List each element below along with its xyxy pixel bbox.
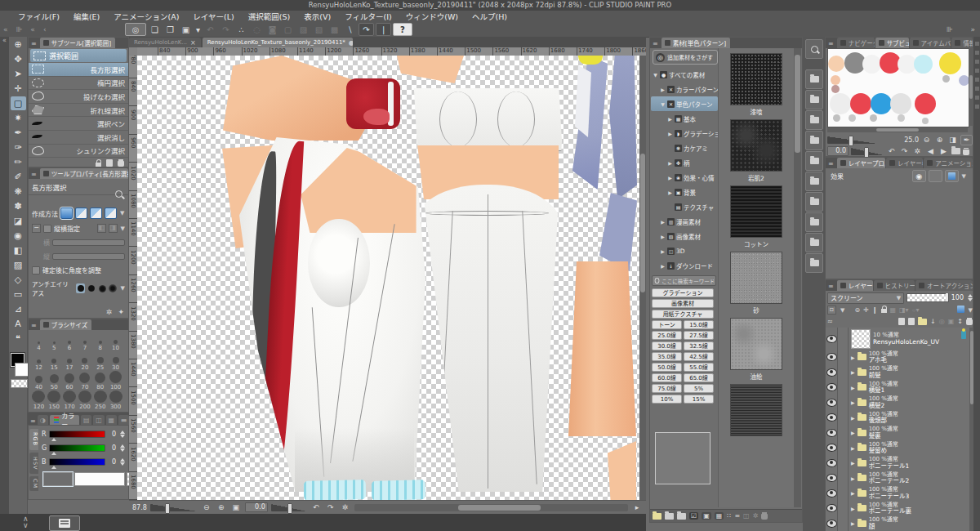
color-tab-cm[interactable]: CM	[29, 476, 38, 491]
tree-expand-icon[interactable]: ▶	[660, 248, 666, 254]
tab-approximate-color[interactable]: ▦	[106, 415, 117, 425]
layer-row[interactable]: 10 %通常RensyuHoloLenKo_UV	[826, 328, 969, 350]
folder-icon[interactable]	[677, 513, 686, 520]
layer-checkbox-cell[interactable]	[838, 350, 849, 365]
tree-expand-icon[interactable]: ▶	[667, 175, 673, 181]
thumbnail-view-icon[interactable]: ▣	[702, 512, 711, 520]
material-tag-6[interactable]: 25.0線	[652, 331, 682, 340]
brush-tool[interactable]: ✐	[11, 170, 26, 184]
tree-expand-icon[interactable]: ▼	[660, 101, 666, 107]
dock-toggle-icon[interactable]: ⊪	[947, 25, 953, 33]
snap-to-ruler-button[interactable]: ∖	[343, 24, 357, 35]
tree-expand-icon[interactable]: ▶	[667, 131, 673, 136]
brush-size-80[interactable]: 80	[92, 371, 108, 390]
tab-tool-property[interactable]: ツールプロパティ[長方形選択]	[40, 168, 128, 179]
layer-visibility-toggle[interactable]	[826, 395, 838, 411]
layer-expand-arrow[interactable]: ▶	[851, 399, 855, 405]
figure-tool[interactable]: ◇	[11, 273, 26, 287]
open-folder-icon[interactable]	[951, 148, 960, 154]
tab-layer-property[interactable]: レイヤープロパティ	[837, 158, 885, 168]
folder-icon[interactable]	[665, 513, 674, 520]
layer-visibility-toggle[interactable]	[826, 471, 838, 486]
layer-checkbox-cell[interactable]	[838, 516, 849, 531]
material-dock-background[interactable]	[805, 192, 823, 212]
wrench-icon[interactable]: ✦	[118, 308, 124, 316]
material-tag-10[interactable]: 35.0線	[652, 352, 682, 361]
trash-icon[interactable]	[963, 148, 969, 155]
tree-expand-icon[interactable]: ▶	[667, 160, 673, 166]
tab-color-wheel[interactable]: ◑	[38, 415, 48, 425]
slider-track[interactable]	[49, 444, 105, 452]
pen-tool[interactable]: ✑	[11, 141, 26, 154]
material-item-2[interactable]: 岩肌2	[724, 119, 789, 181]
selection-tool[interactable]: ▢	[11, 96, 26, 110]
panel-menu-icon[interactable]: ≡	[653, 40, 658, 47]
layer-expand-arrow[interactable]: ▶	[851, 430, 855, 435]
color-tab-rgb[interactable]: RGB	[29, 429, 38, 450]
scroll-right-arrow[interactable]: ▸	[631, 502, 643, 512]
dock-toggle-icon[interactable]: «	[30, 25, 35, 33]
subview-image[interactable]	[827, 48, 969, 127]
subview-zoom-slider[interactable]	[827, 136, 878, 144]
layer-row[interactable]: ▶100 %通常ポニーテール3	[826, 486, 969, 502]
checkbox-view-icon[interactable]: ☑	[689, 512, 698, 520]
material-dock-3d[interactable]	[805, 253, 823, 273]
tab-item-bank[interactable]: アイテムバンク	[910, 38, 951, 48]
tab-subview[interactable]: サブビュー	[875, 38, 909, 48]
right-dock-strip[interactable]	[973, 37, 980, 531]
antialias-weak[interactable]	[87, 283, 96, 293]
material-tag-11[interactable]: 42.5線	[684, 352, 714, 361]
chevron-down-icon[interactable]: ▼	[120, 210, 124, 216]
material-item-6[interactable]	[724, 384, 789, 445]
layer-visibility-toggle[interactable]	[826, 410, 838, 426]
tree-expand-icon[interactable]: ▶	[660, 263, 666, 269]
material-tag-3[interactable]: 用紙テクスチャ	[652, 310, 714, 319]
layer-expand-arrow[interactable]: ▶	[851, 460, 855, 466]
layer-row[interactable]: ▶100 %通常横髪1	[826, 380, 969, 396]
material-tag-8[interactable]: 30.0線	[652, 341, 682, 350]
layer-visibility-toggle[interactable]	[826, 365, 838, 381]
opacity-stepper[interactable]	[968, 294, 973, 301]
layer-checkbox-cell[interactable]	[838, 328, 849, 350]
fit-to-window-button[interactable]: ▣	[230, 502, 242, 512]
material-item-5[interactable]: 油絵	[724, 318, 789, 379]
new-vector-layer-icon[interactable]	[908, 318, 915, 325]
material-tree-item-5[interactable]: ▶◗グラデーション	[651, 126, 718, 141]
brush-size-250[interactable]: 250	[92, 390, 108, 410]
material-tag-7[interactable]: 27.5線	[684, 331, 714, 340]
open-clip-studio-button[interactable]: ◎	[125, 23, 146, 36]
tab-layer-search[interactable]: レイヤー検索	[886, 158, 923, 168]
open-file-button[interactable]: ❐	[163, 24, 177, 35]
subtool-item-2[interactable]: 楕円選択	[29, 77, 128, 91]
layer-checkbox-cell[interactable]	[838, 426, 849, 441]
material-tree-item-2[interactable]: ▶✕カラーパターン	[651, 82, 718, 96]
palette-combo-icon[interactable]: ▫	[827, 306, 836, 315]
brush-size-200[interactable]: 200	[78, 390, 93, 410]
layer-visibility-toggle[interactable]	[826, 516, 838, 531]
dock-tab-mark[interactable]	[975, 87, 979, 91]
material-tree-item-3[interactable]: ▼✕単色パターン	[651, 96, 718, 111]
document-tab-1[interactable]: RensyuHoloLenK...×	[129, 38, 201, 47]
brush-size-17[interactable]: 17	[62, 351, 78, 371]
rotate-cw-button[interactable]: ↷	[325, 502, 336, 512]
zoom-slider[interactable]	[150, 504, 198, 511]
layer-visibility-toggle[interactable]	[826, 440, 838, 456]
material-tree-item-8[interactable]: ▶❀効果・心情	[651, 170, 718, 185]
canvas-horizontal-scrollbar[interactable]	[354, 504, 628, 511]
operation-tool[interactable]: ➤	[11, 67, 26, 81]
layer-expand-arrow[interactable]: ▶	[851, 520, 855, 526]
material-tree-item-14[interactable]: ▶↓ダウンロード	[651, 258, 718, 273]
mask-icon[interactable]: ◨▾	[899, 306, 909, 314]
material-tag-19[interactable]: 15%	[684, 395, 714, 404]
brush-size-12[interactable]: 12	[31, 351, 47, 371]
balloon-tool[interactable]: ❝	[11, 332, 26, 346]
subtool-item-6[interactable]: 選択消し	[29, 131, 128, 145]
brush-size-70[interactable]: 70	[78, 371, 93, 390]
layer-row[interactable]: ▶100 %通常顔	[826, 516, 969, 531]
tab-information[interactable]: 情報	[951, 38, 973, 48]
previous-image-button[interactable]: ◀	[925, 147, 936, 156]
opacity-slider[interactable]	[906, 293, 949, 302]
redo-button[interactable]: ↷	[219, 24, 233, 35]
brush-size-4[interactable]: 4	[31, 332, 47, 351]
slider-track[interactable]	[49, 458, 106, 466]
